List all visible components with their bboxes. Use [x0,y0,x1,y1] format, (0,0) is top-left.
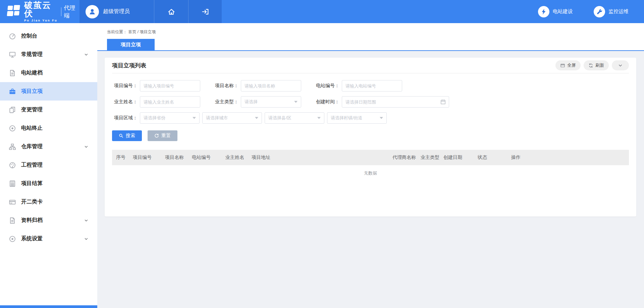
monitor-icon [9,51,16,58]
project-list-panel: 项目立项列表 全屏 刷新 [105,58,636,217]
create-time-label: 创建时间： [314,99,339,105]
sidebar-item-engineering-management[interactable]: 工程管理 [0,156,97,174]
empty-state: 无数据 [112,165,629,181]
sidebar-item-project-initiation[interactable]: 项目立项 [0,82,97,101]
col-project-code: 项目编号 [129,155,161,161]
region-label: 项目区域： [112,115,138,121]
chevron-down-icon [84,144,89,149]
lightning-icon [538,6,549,17]
main-content: 当前位置： 首页 / 项目立项 项目立项 项目立项列表 全屏 [97,23,644,308]
target-icon [9,125,16,132]
breadcrumb-prefix: 当前位置： [107,29,127,34]
owner-name-label: 业主姓名： [112,99,138,105]
chevron-down-icon [618,63,623,68]
table-header-row: 序号 项目编号 项目名称 电站编号 业主姓名 项目地址 代理商名称 业主类型 创… [112,150,629,165]
document-icon [9,69,16,77]
sidebar-item-general-management[interactable]: 常规管理 [0,45,97,64]
credit-card-icon [9,198,16,206]
sidebar: 控制台 常规管理 电站建档 项目立项 变更管理 电站终止 [0,23,97,308]
col-index: 序号 [112,155,129,161]
owner-name-input[interactable] [140,96,200,108]
sitemap-icon [9,143,16,150]
col-project-name: 项目名称 [161,155,188,161]
city-select[interactable]: 请选择城市 [202,112,262,124]
reset-icon [154,133,159,138]
sidebar-item-station-termination[interactable]: 电站终止 [0,119,97,137]
date-range-input[interactable] [342,96,449,108]
col-owner-name: 业主姓名 [221,155,248,161]
monitor-ops-label: 监控运维 [608,8,629,15]
search-button[interactable]: 搜索 [112,130,142,141]
brand-area: 破茧云伏 Po Jian Yun Fu 代理端 [0,0,79,23]
briefcase-icon [9,88,16,95]
caret-down-icon [294,101,298,103]
palette-icon [9,162,16,169]
document-icon [9,217,16,224]
logout-icon [202,8,209,15]
col-create-date: 创建日期 [439,155,474,161]
divider [61,7,61,16]
top-bar: 破茧云伏 Po Jian Yun Fu 代理端 超级管理员 [0,0,644,23]
station-code-label: 电站编号： [314,83,339,89]
refresh-icon [588,63,593,68]
township-select[interactable]: 请选择村镇/街道 [327,112,387,124]
county-select[interactable]: 请选择县/区 [265,112,324,124]
sidebar-item-open-type2-card[interactable]: 开二类卡 [0,193,97,211]
station-code-input[interactable] [342,80,402,91]
refresh-button[interactable]: 刷新 [584,60,609,70]
chevron-down-icon [84,52,89,57]
project-code-label: 项目编号： [112,83,138,89]
col-owner-type: 业主类型 [417,155,439,161]
caret-down-icon [255,117,258,119]
sidebar-item-project-settlement[interactable]: 项目结算 [0,174,97,193]
target-icon [9,235,16,243]
project-code-input[interactable] [140,80,200,91]
breadcrumb-path[interactable]: 首页 / 项目立项 [128,29,156,34]
page-title: 项目立项列表 [112,62,146,69]
project-name-input[interactable] [241,80,301,91]
user-name: 超级管理员 [103,8,130,15]
province-select[interactable]: 请选择省份 [140,112,200,124]
col-agent-name: 代理商名称 [388,155,417,161]
col-project-address: 项目地址 [248,155,388,161]
monitor-ops-action[interactable]: 监控运维 [594,6,629,17]
fullscreen-icon [560,63,565,68]
project-table: 序号 项目编号 项目名称 电站编号 业主姓名 项目地址 代理商名称 业主类型 创… [112,150,629,181]
brand-logo-icon [5,5,21,19]
home-button[interactable] [154,0,188,23]
caret-down-icon [380,117,383,119]
calculator-icon [9,180,16,187]
owner-type-select[interactable]: 请选择 [241,96,301,108]
breadcrumb: 当前位置： 首页 / 项目立项 [107,29,644,35]
fullscreen-button[interactable]: 全屏 [555,60,581,70]
home-icon [168,8,175,15]
caret-down-icon [193,117,196,119]
station-build-label: 电站建设 [553,8,573,15]
wrench-icon [594,6,605,17]
copy-icon [9,106,16,114]
chevron-down-icon [84,218,89,223]
reset-button[interactable]: 重置 [148,130,177,141]
portal-label: 代理端 [64,4,79,19]
sidebar-footer-bar [0,305,97,308]
user-icon [88,8,96,16]
search-icon [119,133,123,138]
project-name-label: 项目名称： [213,83,238,89]
user-menu[interactable]: 超级管理员 [79,0,154,23]
tab-project-initiation[interactable]: 项目立项 [107,39,155,50]
sidebar-item-system-settings[interactable]: 系统设置 [0,230,97,248]
brand-subtitle: Po Jian Yun Fu [24,19,58,22]
sidebar-item-station-archive[interactable]: 电站建档 [0,64,97,82]
sidebar-item-change-management[interactable]: 变更管理 [0,101,97,119]
chevron-down-icon [84,237,89,241]
sidebar-item-console[interactable]: 控制台 [0,27,97,45]
sidebar-item-data-archive[interactable]: 资料归档 [0,211,97,230]
collapse-panel-button[interactable] [612,60,629,70]
brand-title: 破茧云伏 [24,1,58,18]
logout-button[interactable] [188,0,222,23]
owner-type-label: 业主类型： [213,99,238,105]
caret-down-icon [317,117,321,119]
station-build-action[interactable]: 电站建设 [538,6,573,17]
avatar [86,5,99,18]
sidebar-item-warehouse-management[interactable]: 仓库管理 [0,137,97,156]
